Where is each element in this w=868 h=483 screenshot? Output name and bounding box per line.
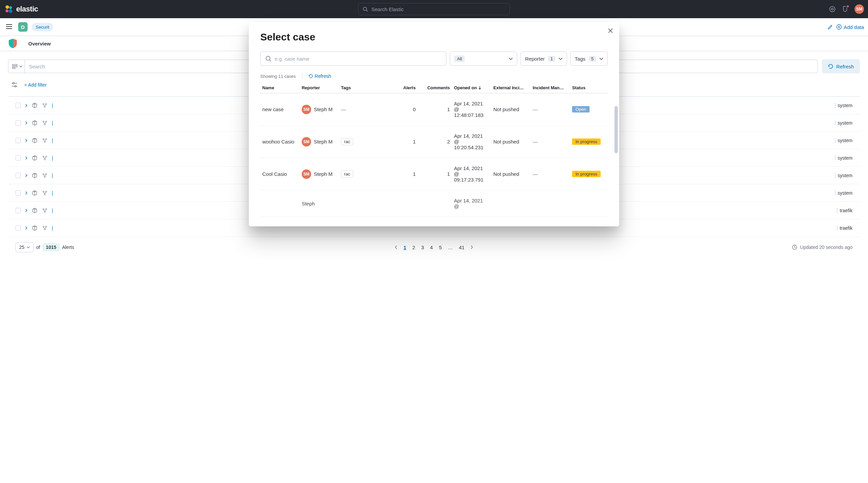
chevron-right-icon[interactable]	[25, 156, 28, 160]
chevron-right-icon[interactable]	[25, 191, 28, 195]
row-checkbox[interactable]	[16, 208, 21, 213]
analyze-icon[interactable]	[42, 102, 48, 109]
scrollbar[interactable]	[615, 106, 618, 223]
analyze-icon[interactable]	[42, 138, 48, 144]
svg-point-58	[835, 174, 835, 174]
reporter-avatar: SM	[302, 170, 311, 179]
close-button[interactable]	[607, 27, 615, 36]
page-number[interactable]: 5	[439, 244, 442, 250]
chevron-right-icon[interactable]	[25, 103, 28, 108]
case-search[interactable]	[260, 52, 446, 66]
page-size-select[interactable]: 25	[16, 242, 34, 252]
col-reporter[interactable]: Reporter	[300, 83, 339, 93]
reporter-avatar: SM	[302, 105, 311, 114]
reporter-filter[interactable]: Reporter 1	[521, 52, 567, 66]
brand-logo[interactable]: elastic	[4, 4, 38, 14]
space-badge[interactable]: D	[18, 22, 28, 32]
row-checkbox[interactable]	[16, 138, 21, 143]
analyze-icon[interactable]	[42, 190, 48, 196]
svg-line-32	[44, 122, 44, 124]
reporter-name: Steph M	[314, 139, 333, 145]
chevron-right-icon[interactable]	[25, 226, 28, 230]
page-number[interactable]: 2	[412, 244, 415, 250]
chevron-left-icon[interactable]	[395, 245, 397, 249]
analyze-icon[interactable]	[42, 208, 48, 214]
chevron-right-icon[interactable]	[25, 174, 28, 178]
help-icon[interactable]	[829, 6, 836, 12]
breadcrumb-pill[interactable]: Securit	[32, 23, 53, 31]
chevron-right-icon[interactable]	[25, 209, 28, 213]
col-alerts[interactable]: Alerts	[397, 83, 418, 93]
chevron-right-icon[interactable]	[471, 245, 473, 249]
col-comments[interactable]: Comments	[418, 83, 452, 93]
svg-point-76	[837, 212, 837, 213]
nav-overview[interactable]: Overview	[28, 41, 51, 47]
col-status[interactable]: Status	[570, 83, 608, 93]
analyze-icon[interactable]	[42, 225, 48, 231]
svg-point-60	[835, 177, 835, 178]
svg-point-18	[13, 83, 14, 84]
chevron-right-icon[interactable]	[25, 139, 28, 143]
case-row[interactable]: new caseSMSteph M—01Apr 14, 2021 @ 12:48…	[260, 93, 608, 126]
cube-icon[interactable]	[32, 102, 38, 109]
nav-toggle-icon[interactable]	[4, 22, 14, 32]
modal-title: Select case	[260, 31, 608, 43]
row-checkbox[interactable]	[16, 155, 21, 161]
svg-rect-14	[12, 64, 17, 65]
newsfeed-icon[interactable]	[842, 6, 848, 12]
svg-point-31	[44, 124, 45, 125]
alerts-count: 0	[397, 93, 418, 126]
filter-settings-icon[interactable]	[8, 80, 21, 90]
refresh-button[interactable]: Refresh	[822, 59, 860, 73]
scroll-thumb[interactable]	[615, 106, 618, 153]
global-search-input[interactable]	[371, 6, 505, 12]
total-count: 1015	[43, 243, 59, 251]
drag-icon	[835, 156, 836, 160]
col-opened[interactable]: Opened on	[452, 83, 491, 93]
col-name[interactable]: Name	[260, 83, 300, 93]
chevron-right-icon[interactable]	[25, 121, 28, 125]
cube-icon[interactable]	[32, 155, 38, 161]
cube-icon[interactable]	[32, 208, 38, 214]
svg-point-39	[44, 141, 45, 143]
case-search-input[interactable]	[275, 56, 441, 62]
add-data-link[interactable]: Add data	[836, 24, 864, 30]
row-checkbox[interactable]	[16, 103, 21, 108]
add-filter-link[interactable]: + Add filter	[24, 82, 47, 88]
status-filter[interactable]: All	[450, 52, 517, 66]
case-row[interactable]: Cool CasioSMSteph Mrac11Apr 14, 2021 @ 0…	[260, 158, 608, 190]
global-search[interactable]	[358, 3, 510, 15]
page-number[interactable]: 3	[421, 244, 424, 250]
alerts-label: Alerts	[62, 244, 74, 250]
pencil-icon[interactable]	[828, 24, 833, 30]
cube-icon[interactable]	[32, 120, 38, 126]
analyze-icon[interactable]	[42, 155, 48, 161]
row-checkbox[interactable]	[16, 173, 21, 178]
svg-line-57	[45, 175, 46, 176]
reporter-cell: SMSteph M	[302, 170, 337, 179]
svg-point-75	[837, 210, 837, 211]
page-number[interactable]: 4	[430, 244, 433, 250]
page-number[interactable]: 41	[459, 244, 465, 250]
row-checkbox[interactable]	[16, 190, 21, 196]
row-checkbox[interactable]	[16, 225, 21, 231]
col-tags[interactable]: Tags	[339, 83, 397, 93]
cube-icon[interactable]	[32, 173, 38, 179]
col-external[interactable]: External Inci…	[491, 83, 531, 93]
cube-icon[interactable]	[32, 225, 38, 231]
tags-filter[interactable]: Tags 5	[570, 52, 608, 66]
row-checkbox[interactable]	[16, 120, 21, 126]
query-language-toggle[interactable]	[8, 60, 25, 73]
col-incident[interactable]: Incident Man…	[531, 83, 570, 93]
refresh-cases-link[interactable]: Refresh	[308, 73, 331, 79]
opened-date: Apr 14, 2021 @ 09:17:23.791	[452, 158, 491, 190]
analyze-icon[interactable]	[42, 120, 48, 126]
case-row[interactable]: woohoo CasioSMSteph Mrac12Apr 14, 2021 @…	[260, 126, 608, 158]
analyze-icon[interactable]	[42, 173, 48, 179]
empty-value: —	[341, 107, 346, 112]
cube-icon[interactable]	[32, 138, 38, 144]
cube-icon[interactable]	[32, 190, 38, 196]
user-avatar[interactable]: SM	[855, 4, 864, 14]
page-number[interactable]: 1	[403, 244, 406, 250]
tags-cell: rac	[339, 126, 397, 158]
